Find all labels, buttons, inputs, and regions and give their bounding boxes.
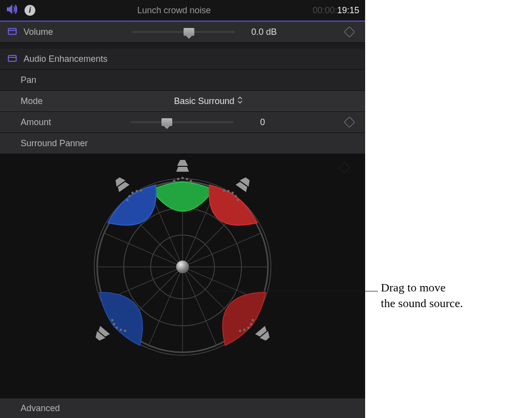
amount-keyframe-icon[interactable] [344,117,355,128]
amount-slider[interactable] [131,121,234,123]
amount-row: Amount 0 [0,112,365,133]
speaker-center-icon [174,158,191,175]
timecode: 00:00:19:15 [313,5,359,16]
mode-row: Mode Basic Surround [0,91,365,112]
audio-enhancements-header[interactable]: Audio Enhancements [0,49,365,70]
svg-marker-42 [176,167,189,172]
svg-marker-41 [177,160,188,166]
pan-label: Pan [21,75,36,85]
svg-point-18 [186,178,188,181]
volume-row: Volume 0.0 dB [0,22,365,43]
volume-keyframe-icon[interactable] [344,26,355,38]
svg-rect-0 [8,28,16,34]
mode-select[interactable]: Basic Surround [174,96,242,106]
chevron-updown-icon [238,96,242,106]
svg-point-16 [182,177,184,180]
advanced-disclosure[interactable]: Advanced [0,398,365,418]
amount-label: Amount [21,117,70,128]
panner-puck[interactable] [176,261,189,273]
surround-panner-area: Advanced [0,154,365,418]
svg-point-20 [190,180,192,183]
section-icon [8,54,17,64]
mode-label: Mode [21,96,70,106]
enhancements-label: Audio Enhancements [24,54,107,64]
panner-keyframe-icon[interactable] [339,162,350,174]
volume-slider[interactable] [132,31,235,33]
surround-panner[interactable] [80,164,286,370]
amount-value[interactable]: 0 [240,117,285,128]
audio-inspector-panel: i Lunch crowd noise 00:00:19:15 Volume 0… [0,0,365,418]
audio-tab-icon[interactable] [6,4,19,17]
svg-rect-2 [8,55,16,61]
info-tab-icon[interactable]: i [25,5,35,16]
callout-leader-line [189,291,378,291]
clip-title: Lunch crowd noise [41,5,307,16]
svg-point-17 [177,178,180,181]
section-icon [8,27,17,37]
callout-text: Drag to move the sound source. [381,280,518,312]
svg-point-19 [173,180,176,183]
volume-label: Volume [24,27,73,37]
surround-panner-label: Surround Panner [21,138,88,149]
inspector-header: i Lunch crowd noise 00:00:19:15 [0,0,365,21]
pan-row: Pan [0,70,365,91]
volume-value[interactable]: 0.0 dB [242,27,286,37]
surround-panner-label-row: Surround Panner [0,133,365,154]
